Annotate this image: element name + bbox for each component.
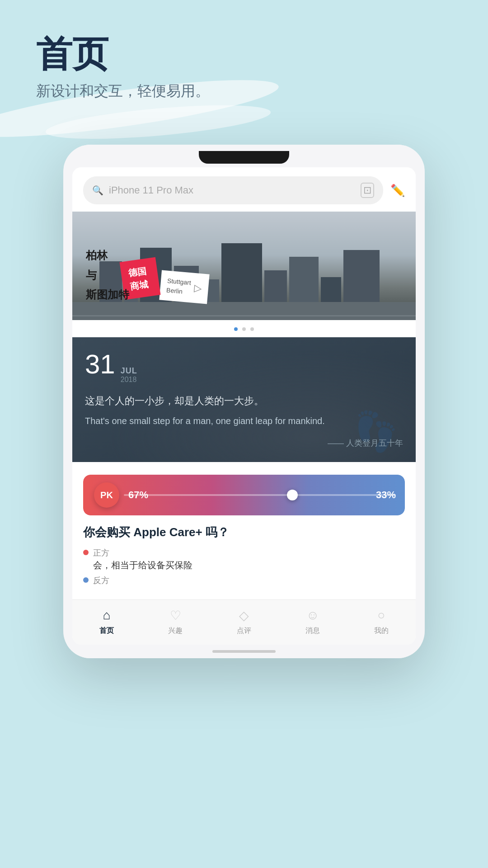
pk-question: 你会购买 Apple Care+ 吗？ bbox=[83, 524, 405, 540]
dot-2 bbox=[250, 327, 254, 331]
phone-bottom-bar bbox=[63, 645, 425, 658]
quote-text-chinese: 这是个人的一小步，却是人类的一大步。 bbox=[85, 393, 403, 409]
quote-source: —— 人类登月五十年 bbox=[85, 438, 403, 448]
search-area: 🔍 iPhone 11 Pro Max ⊡ ✏️ bbox=[72, 167, 416, 212]
page-title: 首页 bbox=[36, 36, 210, 72]
banner-chinese-text: 柏林与斯图加特 bbox=[86, 245, 129, 304]
phone-top-bar bbox=[63, 145, 425, 167]
nav-item-interest[interactable]: ♡ 兴趣 bbox=[166, 606, 184, 636]
nav-label-review: 点评 bbox=[237, 626, 251, 636]
quote-card[interactable]: 👣 31 JUL 2018 这是个人的一小步，却是人类的一大步。 That's … bbox=[72, 337, 416, 462]
postcard-white: StuttgartBerlin ▷ bbox=[159, 270, 209, 304]
pk-bar-container: PK 67% 33% bbox=[83, 475, 405, 515]
dot-1 bbox=[242, 327, 246, 331]
nav-label-message: 消息 bbox=[305, 626, 320, 636]
nav-label-interest: 兴趣 bbox=[168, 626, 183, 636]
quote-month: JUL bbox=[121, 366, 137, 376]
pk-side-positive: 正方 会，相当于给设备买保险 bbox=[83, 547, 405, 571]
home-icon: ⌂ bbox=[98, 606, 116, 624]
phone-notch bbox=[199, 151, 289, 164]
postcard-red-text: 德国商城 bbox=[127, 264, 153, 293]
arrow-icon: ▷ bbox=[194, 282, 202, 294]
nav-item-profile[interactable]: ○ 我的 bbox=[372, 606, 390, 636]
interest-icon: ♡ bbox=[166, 606, 184, 624]
edit-icon[interactable]: ✏️ bbox=[390, 184, 405, 198]
pk-side-negative-content: 反方 bbox=[93, 575, 109, 587]
page-subtitle: 新设计和交互，轻便易用。 bbox=[36, 81, 210, 101]
pk-side-positive-content: 正方 会，相当于给设备买保险 bbox=[93, 547, 192, 571]
pk-negative-label: 反方 bbox=[93, 575, 109, 586]
nav-item-review[interactable]: ◇ 点评 bbox=[235, 606, 253, 636]
pk-badge: PK bbox=[94, 482, 119, 508]
quote-text-english: That's one small step for a man, one gia… bbox=[85, 413, 403, 429]
banner-image: 德国商城 StuttgartBerlin ▷ 柏林与斯图加特 bbox=[72, 212, 416, 320]
home-indicator bbox=[212, 650, 276, 653]
search-input-placeholder[interactable]: iPhone 11 Pro Max bbox=[109, 184, 355, 196]
phone-mockup: 🔍 iPhone 11 Pro Max ⊡ ✏️ bbox=[63, 145, 425, 658]
header-area: 首页 新设计和交互，轻便易用。 bbox=[36, 36, 210, 101]
pk-card[interactable]: PK 67% 33% 你会购买 Apple Care+ 吗？ 正方 会，相当于给… bbox=[72, 464, 416, 599]
postcard-white-text: StuttgartBerlin bbox=[166, 276, 191, 297]
pk-slider-thumb[interactable] bbox=[287, 490, 298, 500]
search-bar[interactable]: 🔍 iPhone 11 Pro Max ⊡ bbox=[83, 176, 383, 204]
phone-inner: 🔍 iPhone 11 Pro Max ⊡ ✏️ bbox=[72, 167, 416, 645]
pk-positive-label: 正方 bbox=[93, 547, 192, 558]
scan-icon[interactable]: ⊡ bbox=[361, 183, 374, 198]
nav-item-home[interactable]: ⌂ 首页 bbox=[98, 606, 116, 636]
profile-icon: ○ bbox=[372, 606, 390, 624]
pk-dot-positive bbox=[83, 550, 89, 555]
quote-year: 2018 bbox=[121, 376, 137, 384]
message-icon: ☺ bbox=[304, 606, 322, 624]
pk-dot-negative bbox=[83, 577, 89, 583]
pk-positive-content: 会，相当于给设备买保险 bbox=[93, 559, 192, 571]
nav-label-profile: 我的 bbox=[374, 626, 389, 636]
quote-month-year: JUL 2018 bbox=[121, 366, 137, 384]
bottom-nav: ⌂ 首页 ♡ 兴趣 ◇ 点评 ☺ 消息 ○ 我的 bbox=[72, 599, 416, 645]
review-icon: ◇ bbox=[235, 606, 253, 624]
quote-date-row: 31 JUL 2018 bbox=[85, 351, 403, 384]
banner-area[interactable]: 德国商城 StuttgartBerlin ▷ 柏林与斯图加特 bbox=[72, 212, 416, 320]
dot-active bbox=[234, 327, 238, 331]
pk-side-negative: 反方 bbox=[83, 575, 405, 587]
search-icon: 🔍 bbox=[92, 185, 103, 196]
nav-item-message[interactable]: ☺ 消息 bbox=[304, 606, 322, 636]
quote-day: 31 bbox=[85, 351, 115, 378]
nav-label-home: 首页 bbox=[99, 626, 114, 636]
dots-indicator bbox=[72, 320, 416, 337]
pk-slider-line bbox=[124, 494, 396, 496]
